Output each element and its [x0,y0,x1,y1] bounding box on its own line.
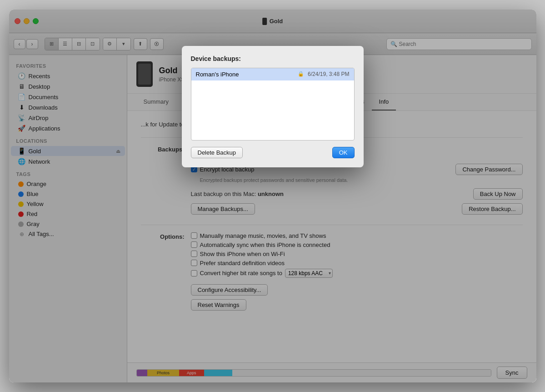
lock-icon: 🔒 [298,71,304,78]
device-backups-modal: Device backups: Roman's iPhone 🔒 6/24/19… [182,46,364,167]
backup-item[interactable]: Roman's iPhone 🔒 6/24/19, 3:48 PM [191,68,354,80]
backup-item-date: 6/24/19, 3:48 PM [308,71,349,78]
delete-backup-button[interactable]: Delete Backup [191,147,243,158]
modal-overlay: Device backups: Roman's iPhone 🔒 6/24/19… [9,10,536,382]
backup-list: Roman's iPhone 🔒 6/24/19, 3:48 PM [191,68,355,141]
modal-buttons: Delete Backup OK [191,147,355,158]
finder-window: Gold ‹ › ⊞ ☰ ⊟ ⊡ ⚙ ▾ ⬆ ⦿ 🔍 Favorites [9,10,536,382]
modal-title: Device backups: [191,55,355,62]
ok-button[interactable]: OK [332,147,355,158]
backup-item-name: Roman's iPhone [196,71,298,78]
